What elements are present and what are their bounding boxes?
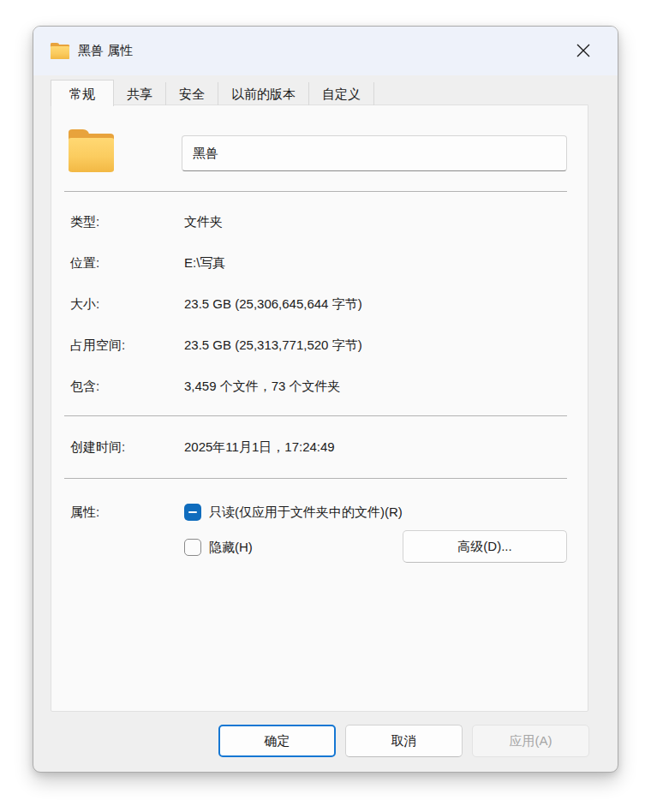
- hidden-checkbox[interactable]: [184, 539, 201, 556]
- folder-large-icon: [69, 129, 114, 172]
- apply-button[interactable]: 应用(A): [472, 725, 589, 757]
- advanced-button[interactable]: 高级(D)...: [403, 530, 567, 563]
- size-label: 大小:: [70, 295, 99, 313]
- hidden-checkbox-row: 隐藏(H): [184, 538, 253, 557]
- separator: [64, 191, 567, 192]
- readonly-checkbox-row: 只读(仅应用于文件夹中的文件)(R): [184, 503, 403, 522]
- window-title: 黑兽 属性: [78, 43, 133, 59]
- size-on-disk-label: 占用空间:: [70, 336, 125, 355]
- folder-name-input[interactable]: [182, 135, 567, 171]
- attributes-label: 属性:: [70, 503, 99, 522]
- general-tab-page: 类型: 文件夹 位置: E:\写真 大小: 23.5 GB (25,306,64…: [51, 104, 588, 712]
- separator: [64, 478, 567, 479]
- type-value: 文件夹: [184, 212, 223, 231]
- tab-customize[interactable]: 自定义: [309, 82, 374, 105]
- close-icon[interactable]: [566, 36, 600, 65]
- location-label: 位置:: [70, 254, 99, 272]
- tab-sharing[interactable]: 共享: [114, 82, 166, 105]
- size-on-disk-value: 23.5 GB (25,313,771,520 字节): [184, 336, 362, 355]
- created-label: 创建时间:: [70, 438, 125, 457]
- location-value: E:\写真: [184, 254, 225, 272]
- cancel-button[interactable]: 取消: [345, 725, 463, 757]
- tab-previous-versions[interactable]: 以前的版本: [218, 82, 309, 105]
- ok-button[interactable]: 确定: [218, 725, 336, 757]
- folder-properties-dialog: 黑兽 属性 常规 共享 安全 以前的版本 自定义 类型: 文件夹 位置: E:\…: [33, 26, 618, 773]
- tab-general[interactable]: 常规: [51, 80, 114, 106]
- titlebar: 黑兽 属性: [33, 27, 618, 75]
- created-value: 2025年11月1日，17:24:49: [184, 438, 335, 457]
- readonly-checkbox-label[interactable]: 只读(仅应用于文件夹中的文件)(R): [209, 505, 403, 521]
- contains-label: 包含:: [70, 377, 99, 396]
- size-value: 23.5 GB (25,306,645,644 字节): [184, 295, 362, 313]
- hidden-checkbox-label[interactable]: 隐藏(H): [209, 540, 253, 556]
- folder-icon: [51, 43, 69, 59]
- readonly-checkbox[interactable]: [184, 504, 201, 521]
- contains-value: 3,459 个文件，73 个文件夹: [184, 377, 341, 396]
- separator: [64, 415, 567, 416]
- tab-strip: 常规 共享 安全 以前的版本 自定义: [51, 79, 374, 105]
- tab-security[interactable]: 安全: [166, 82, 218, 105]
- type-label: 类型:: [70, 212, 99, 231]
